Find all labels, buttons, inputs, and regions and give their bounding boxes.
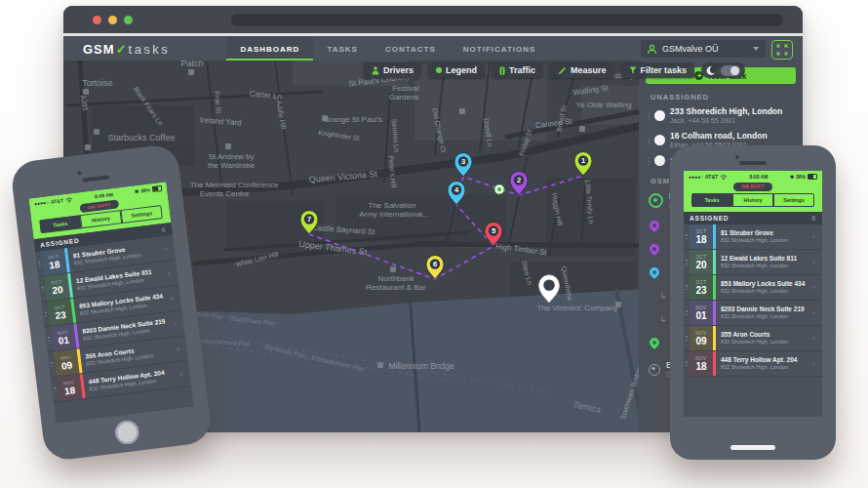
pencil-icon — [558, 66, 567, 75]
task-title: 853 Mallory Locks Suite 434 — [721, 280, 812, 288]
poi-icon — [188, 69, 194, 75]
traffic-button[interactable]: Traffic — [492, 62, 543, 78]
phone-tab-settings[interactable]: Settings — [773, 193, 814, 207]
driver-location-marker[interactable] — [494, 184, 504, 194]
battery-icon — [808, 174, 817, 180]
unassigned-task-row[interactable]: ⋮ 233 Shoredich High, London Jack, +44 5… — [639, 103, 803, 128]
poi-icon — [94, 129, 99, 135]
chevron-right-icon: › — [812, 351, 822, 376]
task-row[interactable]: OCT18 81 Steuber Grove 832 Sholedich Hig… — [684, 224, 822, 250]
map-label: Ye Olde Watling — [576, 101, 632, 109]
poi-icon — [225, 143, 231, 149]
phone-screen: ●●●●○AT&T 8:08 AM ✱38% ON DUTY Tasks His… — [28, 182, 193, 424]
task-date: OCT18 — [41, 248, 67, 275]
map-label: Gardens — [389, 93, 419, 102]
close-window-button[interactable] — [93, 16, 101, 24]
map-label: The Mermaid Conference — [190, 181, 279, 189]
assigned-count: 6 — [161, 226, 166, 233]
task-row[interactable]: NOV01 8203 Dannie Neck Suite 219 832 Sho… — [684, 301, 822, 326]
bluetooth-icon: ✱ — [790, 174, 794, 180]
driver-person-icon — [372, 66, 379, 75]
tab-dashboard[interactable]: DASHBOARD — [226, 36, 313, 61]
drag-handle-icon[interactable]: ⋮ — [645, 137, 650, 144]
home-indicator[interactable] — [730, 445, 775, 450]
maximize-window-button[interactable] — [124, 16, 133, 24]
drivers-button[interactable]: Drivers — [364, 62, 421, 78]
stop-pin-icon — [648, 219, 661, 232]
filter-tasks-button[interactable]: Filter tasks — [621, 62, 695, 78]
legend-button[interactable]: Legend — [428, 62, 485, 78]
phone-right: ●●●●○AT&T 8:08 AM ✱38% ON DUTY Tasks His… — [670, 145, 836, 460]
night-mode-toggle[interactable] — [721, 65, 740, 76]
assigned-task-list: OCT18 81 Steuber Grove 832 Sholedich Hig… — [35, 235, 191, 403]
url-bar[interactable] — [231, 14, 783, 26]
task-subtitle: 832 Sholedich High, London — [721, 339, 812, 346]
task-row[interactable]: OCT20 12 Ewald Lakes Suite 811 832 Shole… — [684, 250, 822, 275]
task-row[interactable]: NOV18 448 Terry Hollow Apt. 204 832 Shol… — [684, 351, 822, 377]
drag-handle-icon[interactable]: ⋮ — [645, 157, 650, 165]
substep-arrow-icon: ↳ — [659, 291, 667, 301]
account-select[interactable]: GSMvalve OÜ — [641, 40, 766, 58]
task-title: 355 Aron Courts — [721, 331, 812, 339]
assigned-count: 6 — [812, 215, 816, 222]
chevron-right-icon: › — [812, 301, 822, 325]
poi-icon — [459, 108, 465, 114]
duty-status-badge[interactable]: ON DUTY — [733, 183, 772, 191]
minimize-window-button[interactable] — [108, 16, 117, 24]
phone-header: ●●●●○AT&T 8:08 AM ✱38% ON DUTY Tasks His… — [684, 171, 822, 212]
bluetooth-icon: ✱ — [135, 188, 139, 194]
chevron-right-icon: › — [812, 275, 822, 300]
tab-tasks[interactable]: TASKS — [313, 36, 372, 61]
tab-contacts[interactable]: CONTACTS — [372, 36, 450, 61]
task-title: 448 Terry Hollow Apt. 204 — [721, 356, 812, 364]
task-radio[interactable] — [654, 155, 665, 166]
phone-tab-tasks[interactable]: Tasks — [691, 193, 732, 207]
task-radio[interactable] — [654, 135, 665, 145]
chevron-right-icon: › — [176, 336, 188, 361]
chevron-right-icon: › — [812, 250, 822, 274]
poi-icon — [390, 266, 396, 272]
chevron-right-icon: › — [163, 235, 176, 261]
task-row[interactable]: NOV09 355 Aron Courts 832 Sholedich High… — [684, 326, 822, 351]
task-date: OCT18 — [690, 224, 713, 249]
measure-button[interactable]: Measure — [550, 62, 614, 78]
unassigned-header: UNASSIGNED — [651, 93, 803, 102]
phone-status-bar: ●●●●○AT&T 8:08 AM ✱38% — [684, 171, 822, 182]
poi-icon — [85, 144, 91, 150]
gsmtasks-logo[interactable]: GSM✓tasks — [83, 42, 170, 57]
task-date: OCT23 — [690, 275, 713, 300]
phone-tab-bar: Tasks History Settings — [684, 193, 822, 212]
drag-handle-icon[interactable]: ⋮ — [645, 112, 650, 120]
svg-text:1: 1 — [581, 156, 585, 165]
map-label: Northbank — [378, 274, 415, 283]
tab-notifications[interactable]: NOTIFICATIONS — [450, 36, 550, 61]
chevron-right-icon: › — [169, 285, 181, 310]
traffic-light-icon — [499, 66, 505, 75]
legend-dot-icon — [436, 67, 442, 73]
map-label: The Vintners' Company — [536, 304, 617, 312]
carrier-label: AT&T — [705, 174, 718, 180]
task-radio[interactable] — [654, 110, 665, 121]
task-date: NOV09 — [54, 349, 80, 377]
moon-icon — [706, 65, 717, 76]
home-button[interactable] — [114, 420, 140, 446]
map-label: Restaurant & Bar — [366, 283, 426, 292]
assigned-task-list: OCT18 81 Steuber Grove 832 Sholedich Hig… — [684, 224, 822, 377]
task-row[interactable]: OCT23 853 Mallory Locks Suite 434 832 Sh… — [684, 275, 822, 301]
substep-arrow-icon: ↳ — [659, 314, 667, 324]
map-label: the Wardrobe — [208, 161, 256, 170]
svg-text:7: 7 — [307, 215, 311, 224]
clock-label: 8:08 AM — [749, 174, 768, 180]
map-label: Millennium Bridge — [388, 361, 454, 371]
map-label: The Salvation — [369, 201, 416, 210]
night-mode-control[interactable] — [701, 62, 745, 78]
wifi-icon — [64, 195, 73, 204]
logo-check-icon: ✓ — [116, 42, 128, 57]
phone-tab-history[interactable]: History — [732, 193, 773, 207]
battery-icon — [152, 185, 163, 192]
account-name: GSMvalve OÜ — [662, 44, 719, 54]
fullscreen-button[interactable] — [771, 40, 793, 60]
chevron-down-icon — [753, 47, 759, 51]
chevron-right-icon: › — [812, 224, 822, 249]
person-icon — [647, 44, 657, 55]
